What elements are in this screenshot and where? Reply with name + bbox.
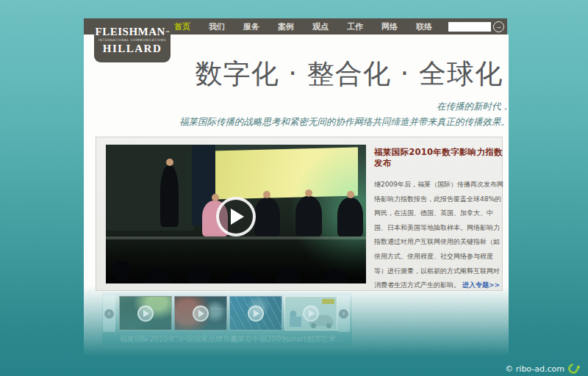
- play-icon: [231, 209, 244, 225]
- trademark-symbol: ™: [165, 30, 170, 34]
- standing-speaker-silhouette: [160, 165, 179, 226]
- hero-title: 数字化 · 整合化 · 全球化: [195, 56, 503, 93]
- nav-item-network[interactable]: 网络: [381, 21, 398, 32]
- nav-item-cases[interactable]: 案例: [278, 21, 294, 32]
- nav-item-about[interactable]: 我们: [209, 21, 225, 32]
- video-play-button[interactable]: [216, 197, 256, 236]
- carousel-thumb-blue-tech[interactable]: [229, 296, 282, 330]
- feature-topic-link[interactable]: 进入专题>>: [462, 281, 500, 289]
- thumb-play-icon: [303, 306, 319, 322]
- thumb-play-icon: [248, 306, 264, 322]
- hero-subtitle: 在传播的新时代， 福莱国际传播的战略思考和紧密无间的协作网络共同缔造并带来真正的…: [179, 98, 510, 129]
- carousel-thumb-cctv-news[interactable]: [174, 296, 227, 330]
- audience-silhouettes: [106, 234, 366, 283]
- carousel-caption[interactable]: “中国国家品牌形象...: [175, 334, 238, 344]
- footer-credit-link[interactable]: © ribo-ad.com: [505, 364, 564, 374]
- footer: © ribo-ad.com: [505, 364, 578, 374]
- chevron-left-icon: ‹: [104, 309, 114, 319]
- feature-heading: 福莱国际2010年数字影响力指数发布: [374, 147, 505, 169]
- nav-item-work[interactable]: 工作: [347, 21, 363, 32]
- nav-item-views[interactable]: 观点: [312, 21, 329, 32]
- logo-name-top: FLEISHMAN™: [94, 26, 171, 37]
- figures-art: [290, 311, 301, 327]
- carousel-thumb-smart-car[interactable]: [284, 296, 337, 330]
- carousel-prev-button[interactable]: ‹: [103, 295, 115, 332]
- chevron-right-icon: ›: [339, 309, 348, 319]
- main-nav: 首页 我们 服务 案例 观点 工作 网络 联络: [174, 18, 432, 35]
- feature-panel: 福莱国际2010年数字影响力指数发布 继2009年后，福莱（国际）传播再次发布网…: [96, 137, 503, 291]
- panelist-silhouette: [295, 196, 321, 236]
- nav-item-services[interactable]: 服务: [243, 21, 259, 32]
- logo-name-bottom: HILLARD: [94, 43, 171, 54]
- carousel-caption[interactable]: 福莱在中国2009...: [230, 334, 293, 344]
- thumb-play-icon: [137, 306, 154, 322]
- search-submit-icon: →: [495, 24, 502, 30]
- nav-item-home[interactable]: 首页: [174, 21, 190, 32]
- thumb-play-icon: [193, 306, 209, 322]
- feature-video-still[interactable]: [106, 145, 366, 283]
- feature-body: 继2009年后，福莱（国际）传播再次发布网络影响力指数报告，此报告覆盖全球48%…: [374, 181, 503, 289]
- page: FLEISHMAN™ INTERNATIONAL COMMUNICATIONS …: [0, 0, 588, 376]
- search-input[interactable]: [448, 22, 491, 32]
- carousel-caption[interactable]: smart都市艺术...: [285, 334, 348, 344]
- hero-subtitle-line1: 在传播的新时代，: [179, 98, 510, 114]
- feature-text: 福莱国际2010年数字影响力指数发布 继2009年后，福莱（国际）传播再次发布网…: [374, 147, 505, 291]
- smart-logo-badge: [322, 299, 334, 304]
- ribo-logo-icon: [566, 361, 581, 376]
- nav-item-contact[interactable]: 联络: [416, 21, 432, 32]
- panelist-silhouette: [254, 198, 280, 236]
- panelist-silhouette: [337, 198, 363, 236]
- carousel-next-button[interactable]: ›: [337, 295, 350, 332]
- search-submit-button[interactable]: →: [493, 21, 504, 32]
- hero-subtitle-line2: 福莱国际传播的战略思考和紧密无间的协作网络共同缔造并带来真正的传播效果。: [179, 114, 510, 129]
- logo[interactable]: FLEISHMAN™ INTERNATIONAL COMMUNICATIONS …: [94, 18, 171, 62]
- carousel-caption[interactable]: 福莱国际2010年...: [120, 334, 183, 344]
- carousel-thumb-conference[interactable]: [119, 296, 172, 330]
